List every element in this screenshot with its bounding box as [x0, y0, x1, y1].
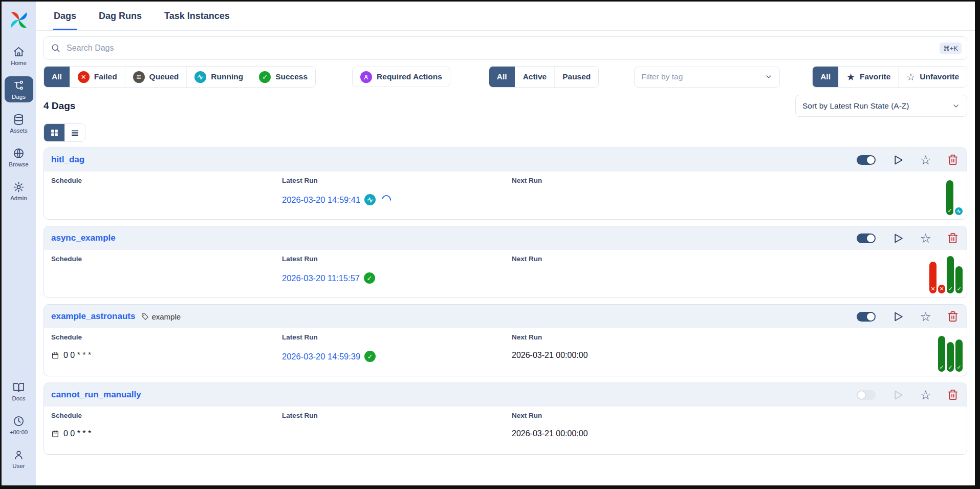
list-view-button[interactable]	[64, 124, 85, 141]
favorite-dag-button[interactable]: ☆	[920, 154, 931, 166]
trigger-dag-button[interactable]	[891, 154, 904, 166]
filter-unfavorite[interactable]: ☆ Unfavorite	[898, 67, 967, 87]
latest-run-link[interactable]: 2026-03-20 14:59:39	[282, 352, 360, 362]
schedule-label: Schedule	[51, 412, 282, 419]
dag-name-link[interactable]: hitl_dag	[51, 155, 84, 165]
filter-state-failed[interactable]: ✕ Failed	[70, 67, 125, 87]
sidebar-item-label: Dags	[12, 94, 26, 100]
filter-favorite[interactable]: ★ Favorite	[838, 67, 898, 87]
delete-dag-button[interactable]	[947, 154, 959, 165]
next-run-label: Next Run	[512, 412, 967, 419]
schedule-label: Schedule	[51, 333, 282, 341]
list-icon	[71, 129, 79, 137]
filter-state-queued[interactable]: Queued	[125, 67, 187, 87]
dag-name-link[interactable]: async_example	[51, 233, 116, 243]
filter-activity-all[interactable]: All	[489, 67, 515, 87]
schedule-value: 0 0 * * *	[51, 429, 282, 438]
sidebar-item-home[interactable]: Home	[5, 42, 33, 69]
sidebar-item-label: Admin	[10, 195, 27, 201]
run-state-badge	[364, 194, 376, 205]
run-bar[interactable]: ✓	[955, 266, 963, 293]
delete-dag-button[interactable]	[947, 232, 959, 244]
dag-name-link[interactable]: cannot_run_manually	[51, 390, 141, 400]
sidebar-item-dags[interactable]: Dags	[5, 76, 33, 102]
airflow-logo-icon[interactable]	[9, 10, 29, 30]
user-icon	[13, 449, 25, 461]
running-run-icon[interactable]	[955, 207, 963, 215]
run-bar[interactable]: ✓	[938, 336, 945, 372]
favorite-dag-button[interactable]: ☆	[920, 232, 931, 245]
sidebar-item-browse[interactable]: Browse	[5, 144, 33, 170]
sidebar-item-label: +00:00	[10, 429, 28, 435]
dag-tag[interactable]: example	[141, 312, 181, 321]
delete-dag-button[interactable]	[947, 311, 959, 322]
calendar-icon	[51, 430, 59, 438]
sidebar-item-timezone[interactable]: +00:00	[5, 412, 33, 438]
sidebar-item-label: Assets	[10, 127, 28, 134]
dag-card-header: cannot_run_manually ☆	[44, 383, 967, 407]
home-icon	[13, 46, 25, 58]
filter-state-success[interactable]: ✓ Success	[251, 67, 315, 87]
sidebar-item-label: User	[12, 463, 25, 469]
filter-by-tag-select[interactable]: Filter by tag	[634, 67, 780, 88]
dag-card-header: hitl_dag ☆	[44, 148, 967, 172]
sidebar-item-user[interactable]: User	[5, 445, 33, 472]
app-window: Home Dags Assets Browse Admin Docs +00:0…	[2, 2, 975, 485]
pause-toggle[interactable]	[857, 390, 876, 400]
run-bar[interactable]: ✓	[955, 339, 963, 372]
filter-activity-active[interactable]: Active	[515, 67, 555, 87]
trigger-dag-button[interactable]	[891, 310, 904, 323]
run-bar[interactable]: ✕	[929, 262, 937, 293]
run-state-badge: ✓	[364, 272, 375, 284]
dag-card-body: Schedule Latest Run 2026-03-20 14:59:41 …	[44, 172, 967, 219]
sidebar-item-label: Docs	[12, 395, 25, 401]
favorite-dag-button[interactable]: ☆	[920, 389, 931, 401]
filter-state-running[interactable]: Running	[186, 67, 251, 87]
latest-run-link[interactable]: 2026-03-20 11:15:57	[282, 273, 360, 283]
tab-dag-runs[interactable]: Dag Runs	[98, 2, 143, 30]
tag-icon	[141, 313, 149, 321]
dag-name-link[interactable]: example_astronauts	[51, 311, 135, 322]
run-state-filter-group: All ✕ Failed Queued Running ✓ Success	[43, 66, 316, 88]
search-dags-input[interactable]	[43, 36, 967, 60]
sidebar-item-admin[interactable]: Admin	[5, 178, 33, 204]
tab-task-instances[interactable]: Task Instances	[163, 2, 231, 30]
chevron-down-icon	[952, 102, 960, 110]
filter-state-all[interactable]: All	[44, 67, 70, 87]
filter-activity-paused[interactable]: Paused	[554, 67, 598, 87]
run-bar[interactable]: ✕	[938, 285, 945, 293]
required-actions-button[interactable]: Required Actions	[352, 67, 450, 87]
chevron-down-icon	[765, 73, 773, 81]
keyboard-shortcut-badge: ⌘+K	[940, 42, 962, 54]
filter-favorite-all[interactable]: All	[813, 67, 838, 87]
pause-toggle[interactable]	[857, 233, 876, 243]
dag-card-body: Schedule 0 0 * * * Latest Run 2026-03-20…	[44, 328, 967, 376]
latest-run-link[interactable]: 2026-03-20 14:59:41	[282, 195, 360, 205]
main-content: Dags Dag Runs Task Instances ⌘+K All ✕ F…	[36, 2, 975, 485]
sort-select[interactable]: Sort by Latest Run State (A-Z)	[795, 95, 967, 117]
next-run-label: Next Run	[512, 333, 967, 341]
star-outline-icon: ☆	[906, 72, 915, 82]
tab-dags[interactable]: Dags	[53, 2, 77, 30]
run-bar[interactable]: ✓	[946, 180, 953, 215]
favorite-dag-button[interactable]: ☆	[920, 310, 931, 323]
pause-toggle[interactable]	[857, 312, 876, 322]
required-actions-icon	[360, 71, 372, 83]
card-view-button[interactable]	[44, 124, 64, 141]
trigger-dag-button[interactable]	[891, 232, 904, 245]
queued-icon	[133, 71, 145, 83]
latest-run-value: 2026-03-20 14:59:39 ✓	[282, 351, 512, 362]
dag-card: async_example ☆ Schedule Latest Run 20	[43, 226, 967, 298]
gear-icon	[13, 181, 25, 193]
grid-icon	[50, 129, 59, 137]
pause-toggle[interactable]	[857, 155, 876, 165]
run-bar[interactable]: ✓	[947, 256, 954, 293]
latest-run-label: Latest Run	[282, 412, 512, 419]
trigger-dag-button[interactable]	[891, 389, 904, 401]
delete-dag-button[interactable]	[947, 389, 959, 400]
run-history-bars: ✓	[946, 180, 963, 215]
run-bar[interactable]: ✓	[947, 342, 954, 372]
sidebar-item-assets[interactable]: Assets	[5, 110, 33, 136]
sidebar-item-docs[interactable]: Docs	[5, 378, 33, 404]
dag-list: hitl_dag ☆ Schedule Latest Run 2026-03	[43, 147, 967, 461]
